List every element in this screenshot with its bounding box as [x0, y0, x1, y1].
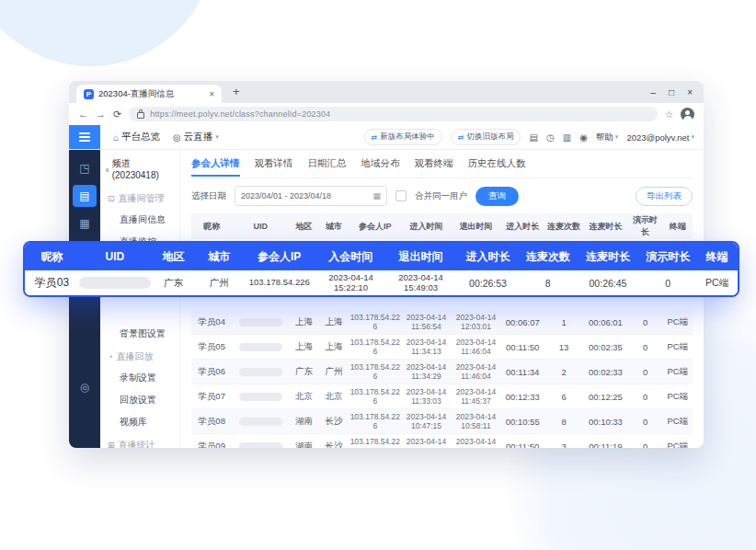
- help-menu[interactable]: 帮助▾: [596, 132, 619, 143]
- pill-label: 切换旧版布局: [466, 132, 513, 143]
- reload-icon[interactable]: ⟳: [113, 109, 121, 120]
- layout-icon[interactable]: ▦: [73, 212, 97, 235]
- cell-uid: [232, 360, 289, 384]
- table-row[interactable]: 学员08湖南长沙103.178.54.2262023-04-14 10:47:1…: [191, 409, 693, 434]
- cell-region: 北京: [289, 384, 318, 409]
- tab-close-icon[interactable]: ×: [209, 89, 214, 99]
- magnified-column-header: 退出时间: [385, 249, 457, 265]
- magnified-column-header: 入会时间: [316, 249, 385, 265]
- back-icon[interactable]: ←: [78, 109, 88, 120]
- tab-观看终端[interactable]: 观看终端: [415, 151, 453, 177]
- cell-enter: 2023-04-14 10:47:15: [401, 409, 451, 434]
- manage-icon: ⊡: [108, 194, 115, 203]
- cell-duration: 00:11:50: [500, 335, 544, 360]
- list-icon[interactable]: ▤: [73, 185, 97, 207]
- browser-profile-avatar[interactable]: [681, 108, 694, 121]
- chat-icon[interactable]: ◎: [73, 376, 97, 398]
- magnified-column-header: 城市: [196, 249, 242, 265]
- sidebar-group-label: 直播统计: [119, 439, 155, 448]
- nav-label: 云直播: [184, 131, 213, 143]
- table-row[interactable]: 学员04上海上海103.178.54.2262023-04-14 11:56:5…: [191, 310, 693, 335]
- cell-exit: 2023-04-14 10:58:11: [451, 409, 500, 434]
- detail-tabs: 参会人详情观看详情日期汇总地域分布观看终端历史在线人数: [191, 150, 693, 178]
- service-icon[interactable]: ◉: [579, 132, 588, 143]
- magnified-header-row: 昵称UID地区城市参会人IP入会时间退出时间进入时长连麦次数连麦时长演示时长终端: [25, 243, 738, 270]
- channel-title: 频道(20230418): [112, 157, 174, 180]
- chevron-down-icon: ▾: [215, 133, 219, 141]
- sidebar-item[interactable]: 视频库: [100, 411, 179, 433]
- account-menu[interactable]: 2023@polyv.net▾: [626, 132, 694, 143]
- cell-region: 湖南: [289, 409, 318, 434]
- cell-demo_duration: 0: [628, 434, 663, 449]
- magnified-cell-mic_count: 8: [520, 278, 577, 289]
- video-icon[interactable]: ◳: [73, 157, 97, 179]
- tab-历史在线人数[interactable]: 历史在线人数: [468, 151, 526, 177]
- switch-old-layout-button[interactable]: ⇄ 切换旧版布局: [451, 129, 521, 145]
- new-tab-button[interactable]: +: [233, 81, 240, 103]
- tab-title: 202304-直播间信息: [98, 88, 204, 100]
- cell-demo_duration: 0: [628, 310, 663, 335]
- cell-city: 北京: [319, 384, 349, 409]
- cell-duration: 00:06:07: [500, 310, 544, 335]
- cell-enter: 2023-04-14 11:56:54: [401, 310, 451, 335]
- browser-tab[interactable]: P 202304-直播间信息 ×: [76, 85, 222, 103]
- cell-mic_duration: 00:11:19: [583, 434, 628, 449]
- cell-duration: 00:11:50: [500, 434, 544, 449]
- tab-观看详情[interactable]: 观看详情: [255, 151, 293, 177]
- merge-user-checkbox[interactable]: [395, 190, 407, 201]
- export-list-button[interactable]: 导出列表: [636, 187, 693, 206]
- minimize-icon[interactable]: –: [651, 87, 657, 97]
- dashboard-icon[interactable]: ▤: [529, 132, 537, 143]
- live-icon: ◎: [173, 132, 181, 143]
- bookmark-star-icon[interactable]: ☆: [665, 109, 673, 120]
- table-row[interactable]: 学员09湖南长沙103.178.54.2262023-04-14 10:46:1…: [191, 434, 693, 449]
- table-row[interactable]: 学员05上海上海103.178.54.2262023-04-14 11:34:1…: [191, 335, 693, 360]
- sidebar-group-manage: ⊡直播间管理: [100, 187, 179, 209]
- forward-icon[interactable]: →: [96, 109, 106, 120]
- tab-地域分布[interactable]: 地域分布: [361, 151, 400, 177]
- magnified-cell-city: 广州: [197, 277, 243, 290]
- nav-platform-overview[interactable]: ⌂ 平台总览: [113, 131, 160, 143]
- channel-back-link[interactable]: ‹ 频道(20230418): [100, 150, 179, 187]
- url-bar[interactable]: https://meet.polyv.net/class?channelId=2…: [129, 107, 658, 121]
- cell-demo_duration: 0: [628, 409, 663, 434]
- cell-city: 长沙: [319, 434, 349, 449]
- magnified-column-header: 终端: [696, 249, 738, 265]
- lock-icon: [137, 112, 144, 119]
- tab-参会人详情[interactable]: 参会人详情: [191, 151, 240, 177]
- sidebar-item[interactable]: 录制设置: [100, 367, 179, 389]
- nav-cloud-live[interactable]: ◎ 云直播 ▾: [173, 131, 219, 143]
- cell-mic_count: 8: [544, 409, 583, 434]
- history-icon[interactable]: ◷: [546, 132, 555, 143]
- date-range-input[interactable]: 2023/04/01 - 2023/04/18 ▦: [235, 186, 387, 206]
- column-header: 城市: [319, 213, 349, 239]
- magnified-cell-region: 广东: [151, 277, 197, 290]
- menu-icon[interactable]: [69, 125, 100, 149]
- cell-mic_count: 3: [544, 434, 583, 449]
- maximize-icon[interactable]: □: [669, 87, 674, 97]
- column-header: 退出时间: [451, 213, 500, 239]
- cell-demo_duration: 0: [628, 360, 663, 384]
- query-button[interactable]: 查询: [475, 187, 519, 206]
- cell-mic_duration: 00:02:35: [583, 335, 628, 360]
- sidebar-item[interactable]: 背景图设置: [100, 323, 179, 345]
- column-header: 进入时长: [500, 213, 544, 239]
- table-row[interactable]: 学员06广东广州103.178.54.2262023-04-14 11:34:2…: [191, 360, 693, 384]
- tab-日期汇总[interactable]: 日期汇总: [308, 151, 347, 177]
- cell-uid: [232, 434, 289, 449]
- cell-mic_count: 2: [544, 360, 583, 384]
- magnified-data-row: 学员03广东广州103.178.54.2262023-04-14 15:22:1…: [25, 270, 738, 295]
- chevron-down-icon: ▾: [615, 133, 619, 141]
- sidebar-item[interactable]: 回放设置: [100, 389, 179, 411]
- new-layout-pill-button[interactable]: ⇄ 新版布局体验中: [364, 129, 442, 145]
- column-header: 连麦次数: [544, 213, 583, 239]
- table-row[interactable]: 学员07北京北京103.178.54.2262023-04-14 11:33:0…: [191, 384, 693, 409]
- close-icon[interactable]: ×: [687, 87, 693, 97]
- app-body: ◳▤▦◔◎ ‹ 频道(20230418) ⊡直播间管理直播间信息直播监控直播装修…: [69, 150, 704, 448]
- magnified-cell-mic_duration: 00:26:45: [577, 278, 639, 289]
- column-header: 演示时长: [628, 213, 663, 239]
- sidebar-item[interactable]: 直播间信息: [100, 209, 179, 231]
- uid-redacted-pill: [239, 442, 282, 449]
- browser-tab-strip: P 202304-直播间信息 × + – □ ×: [69, 81, 704, 103]
- message-icon[interactable]: ▥: [563, 132, 571, 143]
